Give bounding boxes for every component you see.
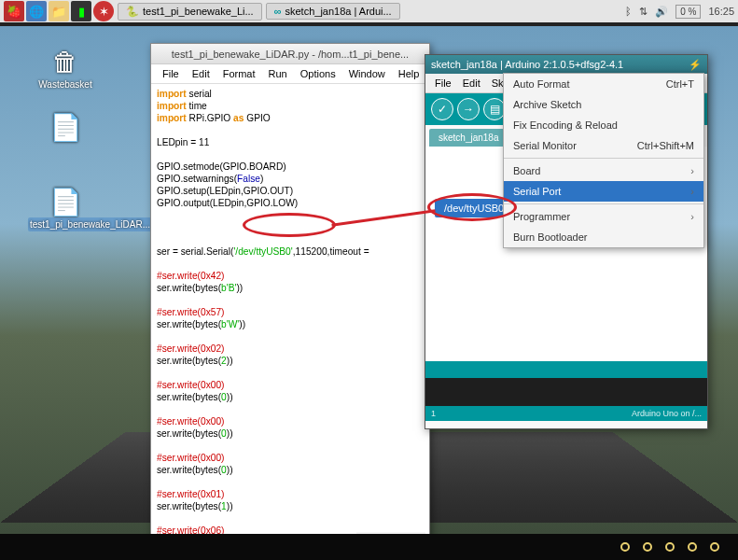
- menu-window[interactable]: Window: [343, 66, 391, 81]
- desktop-doc-2-label: test1_pi_benewake_LiDAR...: [28, 217, 152, 231]
- menu-run[interactable]: Run: [263, 66, 293, 81]
- menu-options[interactable]: Options: [295, 66, 341, 81]
- code-area[interactable]: import serial import time import RPi.GPI…: [151, 84, 429, 560]
- upload-button[interactable]: →: [457, 98, 480, 120]
- arduino-title-text: sketch_jan18a | Arduino 2:1.0.5+dfsg2-4.…: [431, 59, 623, 70]
- sketch-tab[interactable]: sketch_jan18a: [429, 129, 508, 147]
- menu-help[interactable]: Help: [393, 66, 425, 81]
- wastebasket[interactable]: 🗑 Wastebasket: [28, 47, 103, 90]
- system-tray: ᛒ ⇅ 🔊 0 % 16:25: [625, 5, 734, 19]
- ard-menu-file[interactable]: File: [429, 76, 457, 91]
- editor-titlebar[interactable]: test1_pi_benewake_LiDAR.py - /hom...t1_p…: [151, 44, 429, 64]
- launcher-icons: 🍓 🌐 📁 ▮ ✶: [4, 1, 114, 21]
- volume-icon[interactable]: 🔊: [655, 6, 668, 18]
- menu-format[interactable]: Format: [217, 66, 261, 81]
- menu-fix-encoding[interactable]: Fix Encoding & Reload: [504, 115, 703, 135]
- serial-port-value[interactable]: /dev/ttyUSB0: [435, 199, 513, 217]
- editor-menubar: File Edit Format Run Options Window Help: [151, 64, 429, 84]
- wastebasket-label: Wastebasket: [38, 79, 91, 90]
- arduino-console-bar: [425, 361, 707, 378]
- indicator-dot: [620, 542, 630, 552]
- document-icon: 📄: [28, 112, 103, 143]
- tools-menu: Auto FormatCtrl+T Archive Sketch Fix Enc…: [503, 73, 704, 248]
- menu-burn-bootloader[interactable]: Burn Bootloader: [504, 227, 703, 247]
- terminal-icon[interactable]: ▮: [71, 1, 91, 21]
- python-icon: 🐍: [126, 6, 139, 18]
- indicator-dot: [643, 542, 652, 552]
- arduino-titlebar[interactable]: sketch_jan18a | Arduino 2:1.0.5+dfsg2-4.…: [425, 55, 707, 74]
- menu-programmer[interactable]: Programmer: [504, 206, 703, 227]
- filemanager-icon[interactable]: 📁: [49, 1, 69, 21]
- trash-icon: 🗑: [28, 47, 103, 77]
- menu-serial-monitor[interactable]: Serial MonitorCtrl+Shift+M: [504, 135, 703, 156]
- task-python[interactable]: 🐍test1_pi_benewake_Li...: [118, 3, 262, 21]
- task-python-label: test1_pi_benewake_Li...: [143, 6, 254, 17]
- desktop-doc-1[interactable]: 📄: [28, 112, 103, 145]
- menu-separator: [504, 158, 703, 159]
- wifi-icon[interactable]: ⇅: [639, 6, 647, 18]
- cpu-monitor[interactable]: 0 %: [675, 5, 701, 19]
- task-arduino[interactable]: ∞sketch_jan18a | Ardui...: [266, 3, 400, 20]
- indicator-dot: [710, 542, 719, 552]
- desktop-doc-2[interactable]: 📄 test1_pi_benewake_LiDAR...: [28, 187, 103, 230]
- taskbar: 🍓 🌐 📁 ▮ ✶ 🐍test1_pi_benewake_Li... ∞sket…: [0, 0, 738, 26]
- menu-board[interactable]: Board: [504, 161, 703, 181]
- menu-serial-port[interactable]: Serial Port: [504, 181, 703, 202]
- menu-auto-format[interactable]: Auto FormatCtrl+T: [504, 74, 703, 94]
- indicator-dot: [665, 542, 675, 552]
- mathematica-icon[interactable]: ✶: [93, 1, 114, 21]
- photo-black-bar: [0, 534, 738, 560]
- python-editor-window: test1_pi_benewake_LiDAR.py - /hom...t1_p…: [150, 43, 430, 547]
- ard-menu-edit[interactable]: Edit: [457, 76, 486, 91]
- bolt-icon: ⚡: [689, 59, 702, 71]
- menu-icon[interactable]: 🍓: [4, 1, 24, 21]
- menu-file[interactable]: File: [157, 66, 185, 81]
- arduino-console: [425, 378, 707, 406]
- arduino-statusbar: 1Arduino Uno on /...: [425, 406, 707, 421]
- menu-separator: [504, 203, 703, 204]
- arduino-icon: ∞: [274, 6, 282, 17]
- menu-archive-sketch[interactable]: Archive Sketch: [504, 94, 703, 115]
- task-arduino-label: sketch_jan18a | Ardui...: [285, 6, 392, 17]
- document-icon: 📄: [28, 187, 103, 217]
- clock[interactable]: 16:25: [708, 6, 734, 17]
- browser-icon[interactable]: 🌐: [26, 1, 47, 21]
- menu-edit[interactable]: Edit: [187, 66, 216, 81]
- verify-button[interactable]: ✓: [431, 98, 453, 120]
- bluetooth-icon[interactable]: ᛒ: [625, 6, 632, 17]
- indicator-dot: [688, 542, 697, 552]
